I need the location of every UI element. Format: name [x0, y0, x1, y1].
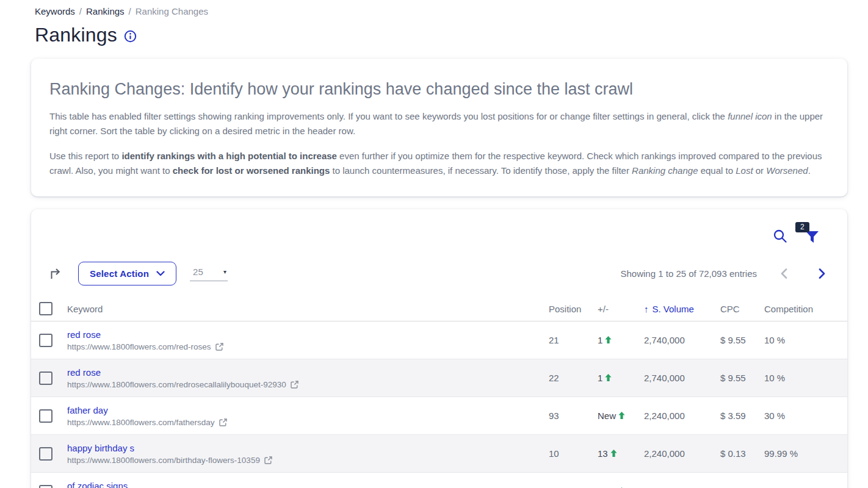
select-all-checkbox[interactable]: [39, 302, 52, 315]
rankings-table: Keyword Position +/- ↑S. Volume CPC Comp…: [31, 296, 847, 488]
intro-p1-funnel-ref: funnel icon: [728, 111, 772, 121]
column-header-cpc[interactable]: CPC: [720, 304, 764, 314]
intro-p2-worsened-ref: Worsened: [766, 165, 808, 176]
column-header-position[interactable]: Position: [549, 304, 598, 314]
page-title: Rankings: [35, 24, 117, 46]
pagination: [781, 268, 825, 279]
search-volume-value: 2,740,000: [644, 373, 720, 383]
search-icon[interactable]: [773, 229, 787, 246]
breadcrumb-separator: /: [129, 6, 131, 16]
column-header-competition[interactable]: Competition: [764, 304, 847, 314]
rank-up-icon: [605, 374, 612, 381]
table-row: of zodiac signs https://www.1800flowers.…: [31, 473, 847, 488]
intro-card: Ranking Changes: Identify how your ranki…: [31, 59, 847, 196]
intro-p2-bold-lost: check for lost or worsened rankings: [173, 165, 330, 176]
showing-entries-text: Showing 1 to 25 of 72,093 entries: [621, 268, 758, 279]
position-value: 93: [549, 411, 598, 421]
keyword-url: https://www.1800flowers.com/red-roses: [67, 342, 211, 351]
page-size-select[interactable]: 25 ▾: [190, 267, 228, 281]
page-size-value: 25: [193, 267, 203, 277]
rank-up-icon: [605, 336, 612, 343]
intro-p2-text: equal to: [698, 165, 736, 176]
keyword-link[interactable]: father day: [67, 405, 108, 415]
intro-paragraph-1: This table has enabled filter settings s…: [49, 109, 829, 138]
keyword-link[interactable]: of zodiac signs: [67, 481, 128, 488]
competition-value: 10 %: [764, 335, 847, 345]
change-value: 1: [598, 335, 602, 345]
intro-paragraph-2: Use this report to identify rankings wit…: [49, 149, 829, 178]
table-row: happy birthday s https://www.1800flowers…: [31, 435, 847, 473]
position-value: 21: [549, 335, 598, 345]
breadcrumb-separator: /: [79, 6, 82, 16]
filter-funnel-icon[interactable]: 2: [805, 231, 819, 246]
previous-page-icon[interactable]: [781, 268, 787, 279]
row-checkbox[interactable]: [39, 485, 52, 488]
external-link-icon[interactable]: [291, 381, 298, 389]
row-checkbox[interactable]: [39, 371, 52, 385]
cpc-value: $ 3.59: [720, 411, 764, 421]
table-toolbar: Select Action 25 ▾ Showing 1 to 25 of 72…: [31, 262, 847, 285]
export-arrow-icon[interactable]: [49, 268, 62, 280]
page-header: Keywords / Rankings / Ranking Changes Ra…: [0, 0, 868, 46]
intro-p2-text: or: [753, 165, 767, 176]
row-checkbox[interactable]: [39, 447, 52, 461]
breadcrumb-keywords[interactable]: Keywords: [35, 6, 75, 16]
cpc-value: $ 0.13: [720, 448, 764, 459]
table-row: red rose https://www.1800flowers.com/red…: [31, 321, 847, 359]
external-link-icon[interactable]: [219, 418, 227, 426]
intro-p2-lost-ref: Lost: [736, 165, 753, 176]
keyword-url: https://www.1800flowers.com/redrosecalla…: [67, 380, 286, 389]
breadcrumb-ranking-changes: Ranking Changes: [136, 6, 208, 16]
column-header-s-volume[interactable]: ↑S. Volume: [644, 304, 720, 314]
intro-p2-text: Use this report to: [49, 151, 121, 161]
competition-value: 99.99 %: [764, 448, 847, 459]
sort-ascending-icon: ↑: [644, 304, 649, 314]
intro-p2-text: .: [808, 165, 811, 176]
keyword-url: https://www.1800flowers.com/birthday-flo…: [67, 456, 260, 465]
search-volume-value: 2,240,000: [644, 411, 720, 421]
keyword-url: https://www.1800flowers.com/fathersday: [67, 418, 215, 427]
column-header-change[interactable]: +/-: [598, 304, 644, 314]
row-checkbox[interactable]: [39, 334, 52, 347]
breadcrumb-rankings[interactable]: Rankings: [86, 6, 125, 16]
external-link-icon[interactable]: [264, 456, 272, 464]
column-header-keyword[interactable]: Keyword: [67, 304, 549, 314]
caret-down-icon: ▾: [223, 268, 226, 275]
intro-p2-text: to launch countermeasures, if necessary.…: [330, 165, 632, 176]
table-row: father day https://www.1800flowers.com/f…: [31, 397, 847, 435]
keyword-link[interactable]: red rose: [67, 329, 101, 340]
position-value: 10: [549, 448, 598, 459]
chevron-down-icon: [156, 271, 165, 276]
cpc-value: $ 9.55: [720, 335, 764, 345]
table-row: red rose https://www.1800flowers.com/red…: [31, 359, 847, 397]
intro-p2-filter-ref: Ranking change: [632, 165, 698, 176]
change-value: 1: [598, 373, 602, 383]
change-value: New: [598, 411, 616, 421]
competition-value: 10 %: [764, 373, 847, 383]
keyword-link[interactable]: red rose: [67, 367, 101, 378]
competition-value: 30 %: [764, 411, 847, 421]
intro-p2-bold-increase: identify rankings with a high potential …: [121, 151, 337, 161]
external-link-icon[interactable]: [215, 343, 223, 351]
row-checkbox[interactable]: [39, 409, 52, 423]
change-value: 13: [598, 448, 608, 459]
select-action-button[interactable]: Select Action: [78, 262, 176, 285]
keyword-link[interactable]: happy birthday s: [67, 443, 134, 453]
cpc-value: $ 9.55: [720, 373, 764, 383]
table-header-row: Keyword Position +/- ↑S. Volume CPC Comp…: [31, 296, 847, 321]
position-value: 22: [549, 373, 598, 383]
search-volume-value: 2,240,000: [644, 448, 720, 459]
intro-p1-text: This table has enabled filter settings s…: [49, 111, 728, 121]
search-volume-value: 2,740,000: [644, 335, 720, 345]
select-action-label: Select Action: [90, 268, 149, 279]
next-page-icon[interactable]: [819, 268, 825, 279]
intro-heading: Ranking Changes: Identify how your ranki…: [49, 80, 829, 99]
rank-up-icon: [618, 412, 625, 419]
s-volume-label: S. Volume: [653, 304, 694, 314]
info-icon[interactable]: [124, 30, 137, 43]
rankings-table-card: 2 Select Action 25 ▾ Showing 1 to 25 of …: [31, 209, 847, 488]
filter-count-badge: 2: [795, 222, 809, 232]
rank-up-icon: [610, 450, 617, 457]
breadcrumb: Keywords / Rankings / Ranking Changes: [35, 6, 868, 16]
